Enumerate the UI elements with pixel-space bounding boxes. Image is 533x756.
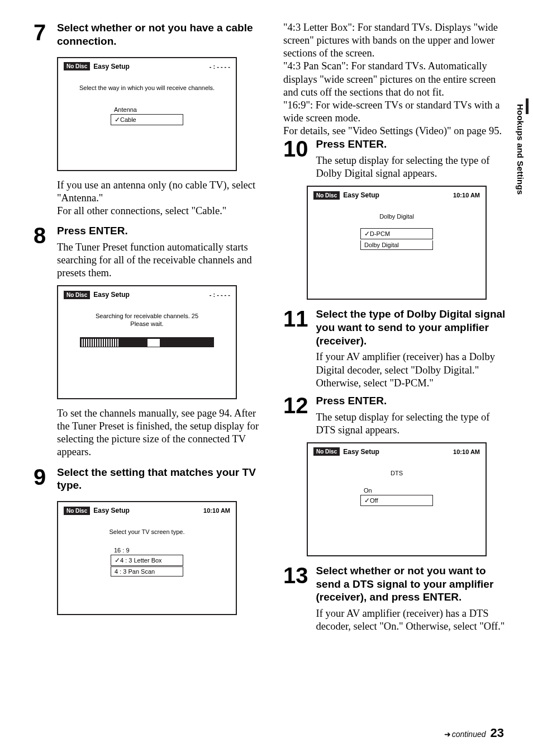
right-column: "4:3 Letter Box": For standard TVs. Disp… <box>283 21 507 637</box>
progress-bar <box>80 337 214 347</box>
figure-label: Select the way in which you will receive… <box>58 84 236 92</box>
step-12: 12 Press ENTER. The setup display for se… <box>283 394 507 556</box>
no-disc-badge: No Disc <box>64 507 90 515</box>
figure-clock: - : - - - - <box>210 63 230 70</box>
step-title: Select whether or not you want to send a… <box>316 564 508 604</box>
figure-label: Select your TV screen type. <box>58 528 236 536</box>
page-footer: continued 23 <box>444 726 504 740</box>
figure-label: Searching for receivable channels. 25 Pl… <box>58 312 236 328</box>
option-antenna: Antenna <box>111 105 183 114</box>
step-number: 9 <box>34 466 49 488</box>
figure-searching: No Disc Easy Setup - : - - - - Searching… <box>57 285 237 399</box>
option-dolby-digital: Dolby Digital <box>360 240 433 250</box>
figure-title: Easy Setup <box>343 191 379 199</box>
step-body: The setup display for selecting the type… <box>316 154 508 180</box>
step-body-2: To set the channels manually, see page 9… <box>57 407 265 459</box>
option-dts-on: On <box>360 486 433 495</box>
step-11: 11 Select the type of Dolby Digital sign… <box>283 308 507 390</box>
step-body: The setup display for selecting the type… <box>316 411 508 437</box>
step-number: 11 <box>283 308 308 330</box>
page-content: 7 Select whether or not you have a cable… <box>0 0 533 637</box>
step-title: Press ENTER. <box>316 394 508 408</box>
section-label: Hookups and Settings <box>516 104 525 195</box>
option-cable: ✓Cable <box>111 114 183 125</box>
figure-clock: 10:10 AM <box>453 448 480 455</box>
step-body: If you use an antenna only (no cable TV)… <box>57 179 265 218</box>
figure-title: Easy Setup <box>93 63 130 70</box>
step-body: The Tuner Preset function automatically … <box>57 241 265 280</box>
step-13: 13 Select whether or not you want to sen… <box>283 564 507 634</box>
step-title: Select whether or not you have a cable c… <box>57 21 265 48</box>
continued-label: continued <box>444 730 486 739</box>
step-number: 13 <box>283 564 308 587</box>
figure-clock: 10:10 AM <box>203 507 230 514</box>
option-dpcm: ✓D-PCM <box>360 228 433 239</box>
step-10: 10 Press ENTER. The setup display for se… <box>283 138 507 300</box>
step-title: Press ENTER. <box>316 138 508 151</box>
option-4-3-letterbox: ✓4 : 3 Letter Box <box>111 555 183 566</box>
figure-title: Easy Setup <box>343 448 379 456</box>
figure-clock: - : - - - - <box>210 291 230 298</box>
figure-label: Dolby Digital <box>308 212 486 220</box>
figure-dolby: No Disc Easy Setup 10:10 AM Dolby Digita… <box>307 186 487 300</box>
left-column: 7 Select whether or not you have a cable… <box>34 21 265 637</box>
figure-tv-type: No Disc Easy Setup 10:10 AM Select your … <box>57 501 237 615</box>
step-number: 12 <box>283 394 308 417</box>
no-disc-badge: No Disc <box>64 62 90 70</box>
option-4-3-panscan: 4 : 3 Pan Scan <box>111 566 183 577</box>
figure-title: Easy Setup <box>93 291 130 299</box>
step-9: 9 Select the setting that matches your T… <box>34 466 265 616</box>
step-7: 7 Select whether or not you have a cable… <box>34 21 265 218</box>
option-16-9: 16 : 9 <box>111 546 183 555</box>
page-number: 23 <box>491 726 504 740</box>
tv-type-explanation: "4:3 Letter Box": For standard TVs. Disp… <box>283 21 507 138</box>
step-8: 8 Press ENTER. The Tuner Preset function… <box>34 224 265 459</box>
figure-label: DTS <box>308 469 486 477</box>
figure-clock: 10:10 AM <box>453 192 480 199</box>
step-body: If your AV amplifier (receiver) has a Do… <box>316 351 508 389</box>
figure-dts: No Disc Easy Setup 10:10 AM DTS On ✓Off <box>307 442 487 556</box>
step-title: Select the type of Dolby Digital signal … <box>316 308 508 347</box>
step-number: 10 <box>283 138 308 160</box>
step-number: 8 <box>34 224 49 247</box>
option-dts-off: ✓Off <box>360 495 433 506</box>
no-disc-badge: No Disc <box>64 291 90 299</box>
figure-cable-select: No Disc Easy Setup - : - - - - Select th… <box>57 57 237 171</box>
no-disc-badge: No Disc <box>313 447 340 456</box>
step-title: Press ENTER. <box>57 224 265 238</box>
step-body: If your AV amplifier (receiver) has a DT… <box>316 607 508 633</box>
no-disc-badge: No Disc <box>313 191 340 200</box>
step-title: Select the setting that matches your TV … <box>57 466 265 493</box>
figure-title: Easy Setup <box>93 507 130 514</box>
step-number: 7 <box>34 21 49 44</box>
section-marker <box>526 98 529 114</box>
